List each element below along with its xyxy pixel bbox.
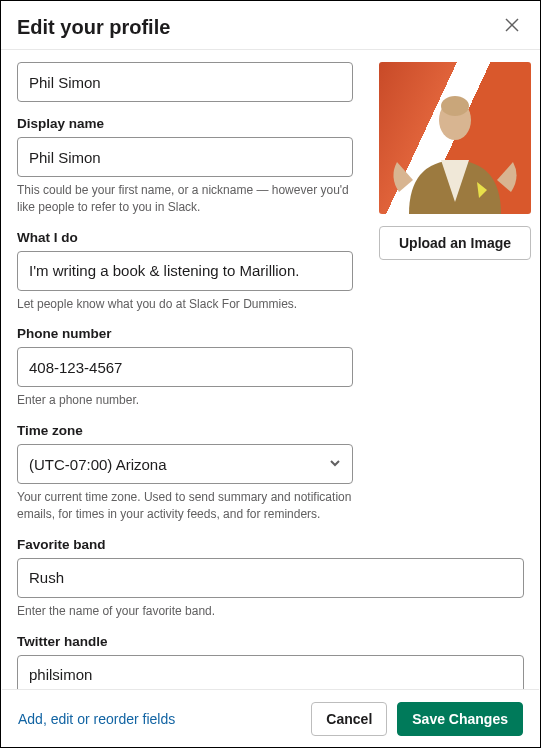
phone-input[interactable] [17, 347, 353, 387]
modal-body: Display name This could be your first na… [1, 50, 540, 692]
timezone-field: Time zone Your current time zone. Used t… [17, 423, 353, 523]
phone-help: Enter a phone number. [17, 392, 353, 409]
twitter-field: Twitter handle Enter your Twitter handle… [17, 634, 524, 692]
band-label: Favorite band [17, 537, 524, 552]
svg-point-3 [441, 96, 469, 116]
fullname-input[interactable] [17, 62, 353, 102]
whatido-help: Let people know what you do at Slack For… [17, 296, 353, 313]
whatido-field: What I do Let people know what you do at… [17, 230, 353, 313]
timezone-help: Your current time zone. Used to send sum… [17, 489, 353, 523]
close-button[interactable] [500, 15, 524, 39]
phone-field: Phone number Enter a phone number. [17, 326, 353, 409]
twitter-input[interactable] [17, 655, 524, 692]
whatido-input[interactable] [17, 251, 353, 291]
modal-footer: Add, edit or reorder fields Cancel Save … [2, 689, 539, 747]
profile-avatar [379, 62, 531, 214]
modal-title: Edit your profile [17, 16, 170, 39]
band-input[interactable] [17, 558, 524, 598]
displayname-field: Display name This could be your first na… [17, 116, 353, 216]
band-help: Enter the name of your favorite band. [17, 603, 524, 620]
band-field: Favorite band Enter the name of your fav… [17, 537, 524, 620]
twitter-label: Twitter handle [17, 634, 524, 649]
save-button[interactable]: Save Changes [397, 702, 523, 736]
cancel-button[interactable]: Cancel [311, 702, 387, 736]
timezone-label: Time zone [17, 423, 353, 438]
reorder-fields-link[interactable]: Add, edit or reorder fields [18, 711, 175, 727]
displayname-help: This could be your first name, or a nick… [17, 182, 353, 216]
close-icon [505, 18, 519, 36]
whatido-label: What I do [17, 230, 353, 245]
upload-image-button[interactable]: Upload an Image [379, 226, 531, 260]
displayname-label: Display name [17, 116, 353, 131]
phone-label: Phone number [17, 326, 353, 341]
timezone-select[interactable] [17, 444, 353, 484]
modal-header: Edit your profile [1, 1, 540, 50]
avatar-image [379, 62, 531, 214]
displayname-input[interactable] [17, 137, 353, 177]
fullname-field [17, 62, 353, 102]
